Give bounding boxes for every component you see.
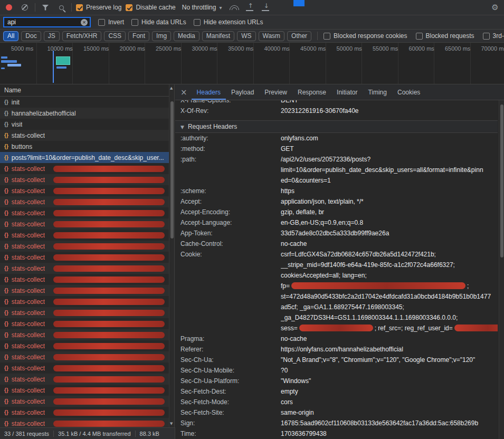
filter-chip-css[interactable]: CSS bbox=[104, 31, 126, 41]
request-row[interactable]: {}stats-collect bbox=[0, 185, 169, 196]
header-value: onlyfans.com bbox=[281, 133, 498, 144]
disable-cache-checkbox[interactable]: Disable cache bbox=[126, 4, 175, 11]
request-row[interactable]: {}stats-collect bbox=[0, 196, 169, 207]
redaction-bar bbox=[53, 321, 165, 327]
request-row[interactable]: {}stats-collect bbox=[0, 285, 169, 296]
header-value-line: https bbox=[281, 186, 498, 196]
file-icon: {} bbox=[4, 121, 8, 127]
request-row[interactable]: {}stats-collect bbox=[0, 174, 169, 185]
request-list-scrollbar[interactable]: ▲ ▼ bbox=[169, 84, 174, 427]
request-row[interactable]: {}stats-collect bbox=[0, 374, 169, 385]
header-name: Referer: bbox=[180, 344, 281, 355]
filter-chip-doc[interactable]: Doc bbox=[21, 31, 41, 41]
header-value-line: DENY bbox=[281, 100, 498, 106]
header-value: csrf=LdfcGX4Sa72db06824c657db26a5d142472… bbox=[281, 249, 498, 333]
filter-chip-font[interactable]: Font bbox=[128, 31, 149, 41]
request-row[interactable]: {}init bbox=[0, 97, 169, 108]
overview-tick-label: 25000 ms bbox=[156, 45, 181, 52]
request-row[interactable]: {}stats-collect bbox=[0, 329, 169, 340]
request-name: stats-collect bbox=[12, 365, 45, 372]
filter-input[interactable]: api × bbox=[3, 17, 91, 27]
record-button[interactable] bbox=[3, 2, 15, 13]
scroll-up-icon[interactable]: ▲ bbox=[170, 86, 173, 90]
3rd-party-requests-checkbox[interactable]: 3rd-party requests bbox=[483, 32, 504, 40]
clear-icon bbox=[22, 4, 28, 11]
request-row[interactable]: {}hannahelizabethofficial bbox=[0, 108, 169, 119]
request-row[interactable]: {}posts?limit=10&order=publish_date_desc… bbox=[0, 152, 169, 163]
header-value-line: same-origin bbox=[281, 407, 498, 418]
request-headers-section[interactable]: ▼Request Headers bbox=[175, 120, 498, 133]
invert-checkbox[interactable]: Invert bbox=[98, 18, 124, 26]
filter-chip-all[interactable]: All bbox=[3, 31, 18, 41]
filter-chip-media[interactable]: Media bbox=[174, 31, 199, 41]
blocked-response-cookies-checkbox[interactable]: Blocked response cookies bbox=[324, 32, 407, 40]
filter-chip-fetch-xhr[interactable]: Fetch/XHR bbox=[62, 31, 102, 41]
redaction-bar bbox=[53, 199, 165, 205]
blocked-requests-checkbox[interactable]: Blocked requests bbox=[416, 32, 474, 40]
filter-toggle-button[interactable] bbox=[40, 2, 51, 13]
tab-preview[interactable]: Preview bbox=[259, 84, 292, 100]
request-row[interactable]: {}stats-collect bbox=[0, 207, 169, 218]
request-row[interactable]: {}stats-collect bbox=[0, 252, 169, 263]
tab-response[interactable]: Response bbox=[292, 84, 331, 100]
search-button[interactable] bbox=[55, 2, 67, 13]
scrollbar-thumb[interactable] bbox=[500, 104, 503, 257]
tab-cookies[interactable]: Cookies bbox=[392, 84, 425, 100]
export-har-button[interactable] bbox=[260, 2, 271, 13]
request-name: stats-collect bbox=[12, 232, 45, 239]
request-row[interactable]: {}stats-collect bbox=[0, 241, 169, 252]
request-row[interactable]: {}stats-collect bbox=[0, 318, 169, 329]
overview-strip[interactable]: 5000 ms10000 ms15000 ms20000 ms25000 ms3… bbox=[0, 43, 504, 84]
filter-chip-wasm[interactable]: Wasm bbox=[259, 31, 285, 41]
redaction-bar bbox=[53, 288, 165, 294]
clear-filter-icon[interactable]: × bbox=[81, 19, 88, 26]
hide-data-urls-checkbox[interactable]: Hide data URLs bbox=[131, 18, 186, 26]
import-har-button[interactable] bbox=[244, 2, 255, 13]
request-row[interactable]: {}stats-collect bbox=[0, 407, 169, 418]
clear-button[interactable] bbox=[19, 2, 31, 13]
request-row[interactable]: {}stats-collect bbox=[0, 218, 169, 230]
throttling-dropdown[interactable]: No throttling▾ bbox=[180, 4, 224, 11]
header-row: Sec-Fetch-Mode:cors bbox=[175, 397, 498, 407]
tab-timing[interactable]: Timing bbox=[363, 84, 392, 100]
name-column-header[interactable]: Name bbox=[0, 84, 174, 97]
settings-button[interactable]: ⚙ bbox=[489, 2, 501, 13]
toolbar-divider bbox=[71, 3, 72, 12]
filter-chip-manifest[interactable]: Manifest bbox=[202, 31, 234, 41]
header-value-line: limit=10&order=publish_date_desc&skip_us… bbox=[281, 165, 498, 175]
filter-chip-img[interactable]: Img bbox=[152, 31, 171, 41]
file-icon: {} bbox=[4, 265, 8, 271]
tab-payload[interactable]: Payload bbox=[226, 84, 259, 100]
request-row[interactable]: {}stats-collect bbox=[0, 274, 169, 285]
filter-chip-ws[interactable]: WS bbox=[237, 31, 255, 41]
close-icon[interactable]: × bbox=[180, 88, 187, 97]
header-name: :method: bbox=[180, 144, 281, 154]
redaction-bar bbox=[53, 343, 165, 349]
filter-chip-other[interactable]: Other bbox=[287, 31, 311, 41]
request-row[interactable]: {}stats-collect bbox=[0, 163, 169, 174]
request-row[interactable]: {}stats-collect bbox=[0, 396, 169, 407]
filter-chip-js[interactable]: JS bbox=[44, 31, 60, 41]
scrollbar-thumb[interactable] bbox=[170, 101, 174, 238]
request-row[interactable]: {}stats-collect bbox=[0, 307, 169, 318]
request-row[interactable]: {}stats-collect bbox=[0, 130, 169, 141]
redaction-bar bbox=[53, 221, 165, 227]
request-row[interactable]: {}stats-collect bbox=[0, 362, 169, 374]
details-scrollbar[interactable] bbox=[499, 100, 504, 439]
request-row[interactable]: {}stats-collect bbox=[0, 263, 169, 274]
request-row[interactable]: {}stats-collect bbox=[0, 351, 169, 362]
hide-extension-urls-checkbox[interactable]: Hide extension URLs bbox=[194, 18, 263, 26]
request-row[interactable]: {}stats-collect bbox=[0, 296, 169, 307]
network-conditions-button[interactable] bbox=[228, 2, 240, 13]
request-row[interactable]: {}stats-collect bbox=[0, 385, 169, 396]
scroll-down-icon[interactable]: ▼ bbox=[170, 422, 173, 426]
tab-headers[interactable]: Headers bbox=[192, 84, 226, 100]
request-row[interactable]: {}stats-collect bbox=[0, 418, 169, 427]
request-row[interactable]: {}buttons bbox=[0, 141, 169, 152]
tab-initiator[interactable]: Initiator bbox=[331, 84, 363, 100]
request-row[interactable]: {}stats-collect bbox=[0, 230, 169, 241]
request-row[interactable]: {}stats-collect bbox=[0, 340, 169, 351]
preserve-log-checkbox[interactable]: Preserve log bbox=[76, 4, 121, 11]
request-row[interactable]: {}visit bbox=[0, 119, 169, 130]
activity-bar bbox=[7, 64, 21, 66]
